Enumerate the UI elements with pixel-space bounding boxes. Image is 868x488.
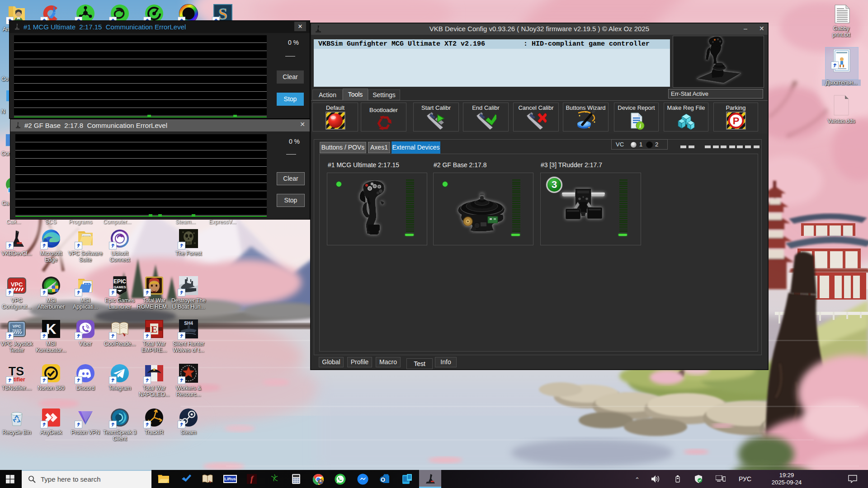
svg-text:E: E bbox=[151, 324, 158, 335]
svg-text:i: i bbox=[639, 122, 641, 129]
svg-text:EPIC: EPIC bbox=[113, 278, 126, 285]
svg-text:VPC: VPC bbox=[13, 324, 21, 328]
svg-text:O: O bbox=[381, 476, 385, 483]
svg-text:SH4: SH4 bbox=[184, 321, 193, 326]
svg-text:VPC: VPC bbox=[11, 281, 23, 288]
svg-text:P: P bbox=[732, 115, 739, 127]
